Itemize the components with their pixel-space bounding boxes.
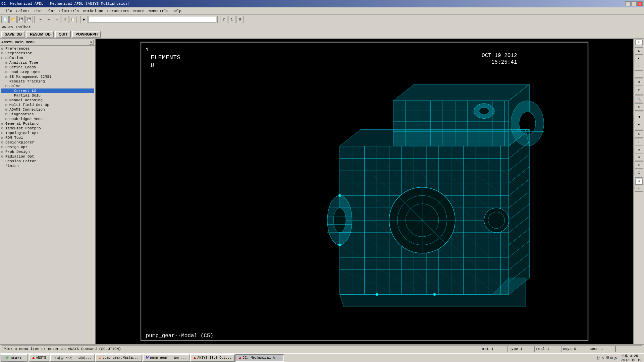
menu-plot[interactable]: Plot — [44, 8, 57, 14]
taskbar-item-c2-mechanical[interactable]: ▲ C2: Mechanical A... — [235, 354, 284, 362]
expand-icon: ⊞ — [1, 51, 5, 55]
viewport-canvas[interactable]: 1 ELEMENTS U OCT 19 2012 15:25:41 pump_g… — [96, 39, 633, 344]
status-mat: mat=1 — [481, 346, 508, 352]
pan-up-btn[interactable]: ▲ — [635, 47, 643, 55]
tree-item-unabridged-menu[interactable]: ⊞ Unabridged Menu — [1, 117, 94, 121]
taskbar-item-ansys[interactable]: ▲ ANSYS — [29, 354, 49, 362]
tree-item-adams-connection[interactable]: ⊞ ADAMS Connection — [1, 107, 94, 112]
rotate-btn[interactable]: ↻ — [635, 86, 643, 93]
rt-icon4[interactable]: ⊟ — [635, 154, 643, 161]
rt-icon7[interactable]: ✦ — [635, 184, 643, 192]
menu-help[interactable]: Help — [170, 8, 183, 14]
tree-item-solution[interactable]: ⊟ Solution — [1, 56, 94, 60]
copy-btn[interactable]: ⎘ — [61, 16, 68, 23]
tree-item-results-tracking[interactable]: Results Tracking — [1, 79, 94, 84]
minimize-button[interactable]: _ — [625, 1, 631, 6]
grid-btn[interactable]: ⊞ — [236, 16, 244, 23]
svg-point-98 — [376, 293, 378, 296]
undo-btn[interactable]: ↩ — [37, 16, 44, 23]
zoom-out-btn[interactable]: - — [635, 70, 643, 78]
zoom-all-btn[interactable]: ⊕ — [635, 103, 643, 111]
resum-db-button[interactable]: RESUM_DB — [26, 31, 54, 38]
status-extra — [615, 346, 642, 352]
tree-item-finish[interactable]: Finish — [1, 164, 94, 168]
tree-item-design-opt[interactable]: ⊞ Design Opt — [1, 145, 94, 149]
tree-item-designxplorer[interactable]: ⊞ DesignXplorer — [1, 140, 94, 145]
cut-btn[interactable]: ✂ — [53, 16, 60, 23]
tree-item-analysis-type[interactable]: ⊞ Analysis Type — [1, 60, 94, 65]
pan-left-btn[interactable]: ◀ — [635, 113, 643, 120]
menu-macro[interactable]: Macro — [131, 8, 147, 14]
tree-item-multi-field[interactable]: ⊞ Multi-field Set Up — [1, 103, 94, 107]
menu-parameters[interactable]: Parameters — [105, 8, 131, 14]
pan-right-btn[interactable]: ▶ — [635, 121, 643, 128]
svg-text:pump_gear--Modal (C5): pump_gear--Modal (C5) — [146, 333, 213, 339]
open-btn[interactable]: 📂 — [9, 16, 17, 23]
tree-item-session-editor[interactable]: Session Editor — [1, 159, 94, 164]
info-btn[interactable]: i — [228, 16, 235, 23]
tree-item-define-loads[interactable]: ⊞ Define Loads — [1, 65, 94, 70]
tree-item-preferences[interactable]: ⊞ Preferences — [1, 46, 94, 51]
tree-item-se-management[interactable]: ⊞ SE Management (CMS) — [1, 74, 94, 79]
svg-point-97 — [338, 244, 341, 246]
expand-icon — [1, 164, 5, 168]
save-db-button[interactable]: SAVE_DB — [1, 31, 25, 38]
rt-icon6[interactable]: ⬡ — [635, 169, 643, 176]
tree-item-topological-opt[interactable]: ⊞ Topological Opt — [1, 131, 94, 135]
network-icon: 🖥 — [610, 356, 613, 360]
start-button[interactable]: ⊞ start — [1, 354, 28, 362]
run-btn[interactable]: ▶ — [80, 16, 88, 23]
redo-btn[interactable]: ↪ — [45, 16, 52, 23]
menu-list[interactable]: List — [32, 8, 44, 14]
tree-item-timehist-postpro[interactable]: ⊞ TimeHist Postpro — [1, 126, 94, 131]
quit-button[interactable]: QUIT — [55, 31, 71, 38]
menu-menuctrls[interactable]: MenuCtrls — [147, 8, 170, 14]
close-button[interactable]: ✕ — [637, 1, 643, 6]
save-btn[interactable]: 💾 — [17, 16, 25, 23]
tree-item-radiation-opt[interactable]: ⊞ Radiation Opt — [1, 154, 94, 159]
save2-btn[interactable]: 💾 — [25, 16, 33, 23]
tree-item-rom-tool[interactable]: ⊞ ROM Tool — [1, 135, 94, 140]
close-panel-button[interactable]: ✕ — [89, 40, 94, 45]
tree-item-prob-design[interactable]: ⊞ Prob Design — [1, 149, 94, 154]
menu-workplane[interactable]: WorkPlane — [81, 8, 105, 14]
volume-icon: 🔊 — [614, 356, 618, 360]
tree-item-partial-solu[interactable]: Partial Solu — [1, 93, 94, 98]
taskbar-item-pump-master[interactable]: ⚙ pump gear.Masta... — [95, 354, 142, 362]
powrgrph-button[interactable]: POWRGRPH — [72, 31, 101, 38]
taskbar-item-ansys13[interactable]: ▲ ANSYS 13.0 Out... — [190, 354, 235, 362]
tree-item-diagnostics[interactable]: ⊞ Diagnostics — [1, 112, 94, 117]
rt-icon2[interactable]: ✦ — [635, 138, 643, 145]
tree-item-manual-rezoning[interactable]: ⊞ Manual Rezoning — [1, 98, 94, 103]
taskbar-item-ie[interactable]: e 파일 쓰기 - 내이... — [50, 354, 95, 362]
taskbar-item-pump-word[interactable]: W pump_gear - Wor... — [143, 354, 190, 362]
rt-icon3[interactable]: ⊞ — [635, 146, 643, 153]
new-btn[interactable]: 📄 — [1, 16, 9, 23]
rt-sep3 — [635, 112, 643, 112]
ansys-toolbar-buttons: SAVE_DB RESUM_DB QUIT POWRGRPH — [0, 30, 644, 39]
command-input[interactable] — [89, 16, 216, 23]
tree-item-general-postpro[interactable]: ⊞ General Postpro — [1, 121, 94, 126]
pan-down-btn[interactable]: ▼ — [635, 55, 643, 62]
tree-item-load-step-opts[interactable]: ⊞ Load Step Opts — [1, 70, 94, 74]
svg-text:ELEMENTS: ELEMENTS — [151, 54, 181, 61]
paste-btn[interactable]: 📋 — [69, 16, 76, 23]
fit-btn[interactable]: ⊡ — [635, 78, 643, 85]
zoom-in-btn[interactable]: + — [635, 63, 643, 70]
maximize-button[interactable]: □ — [631, 1, 637, 6]
help-btn[interactable]: ? — [220, 16, 227, 23]
svg-point-99 — [433, 293, 436, 296]
rt-icon1[interactable]: ⚙ — [635, 130, 643, 138]
tree-item-preprocessor[interactable]: ⊞ Preprocessor — [1, 51, 94, 56]
menu-plotctrls[interactable]: PlotCtrls — [57, 8, 81, 14]
rt-icon5[interactable]: ✕ — [635, 161, 643, 169]
svg-text:1: 1 — [146, 47, 149, 53]
tree-item-solve[interactable]: ⊟ Solve — [1, 84, 94, 88]
zoom-box-btn[interactable]: 🔍 — [635, 96, 643, 103]
tree-label: General Postpro — [5, 122, 39, 126]
sep2 — [78, 16, 79, 23]
menu-select[interactable]: Select — [14, 8, 32, 14]
menu-file[interactable]: File — [1, 8, 14, 14]
tree-item-current-ls[interactable]: Current LS — [1, 88, 94, 93]
sep1 — [34, 16, 36, 23]
